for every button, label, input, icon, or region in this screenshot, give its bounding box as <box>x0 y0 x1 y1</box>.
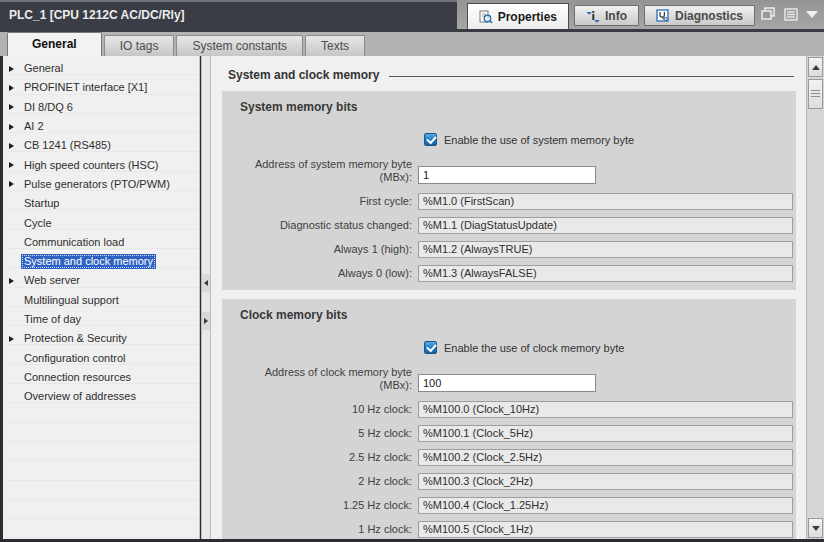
expand-arrow-icon[interactable] <box>9 181 21 187</box>
arrow-down-icon <box>812 526 820 531</box>
float-windows-icon[interactable] <box>761 7 776 21</box>
system-memory-bits-panel: System memory bits Enable the use of sys… <box>222 91 796 290</box>
sidebar-item-label: AI 2 <box>21 119 47 134</box>
tab-general[interactable]: General <box>7 32 102 56</box>
system-memory-address-row: Address of system memory byte (MBx): <box>222 158 796 184</box>
field-row: 2.5 Hz clock: %M100.2 (Clock_2.5Hz) <box>222 445 796 469</box>
sidebar-item-cb1241[interactable]: CB 1241 (RS485) <box>3 136 199 155</box>
section-heading: Clock memory bits <box>222 299 796 322</box>
expand-arrow-icon[interactable] <box>9 85 21 91</box>
tab-diagnostics[interactable]: Diagnostics <box>644 5 755 26</box>
sidebar-item-multilingual-support[interactable]: Multilingual support <box>3 291 199 310</box>
tab-properties[interactable]: Properties <box>467 3 569 29</box>
clock-memory-address-input[interactable] <box>418 374 596 392</box>
tab-io-tags[interactable]: IO tags <box>104 35 175 56</box>
info-icon <box>586 9 600 23</box>
sidebar-item-overview-of-addresses[interactable]: Overview of addresses <box>3 387 199 406</box>
sidebar-item-web-server[interactable]: Web server <box>3 271 199 290</box>
readonly-field: %M100.3 (Clock_2Hz) <box>418 473 793 490</box>
field-label: Always 0 (low): <box>222 267 418 279</box>
field-label: 2.5 Hz clock: <box>222 451 418 463</box>
field-row: Always 0 (low): %M1.3 (AlwaysFALSE) <box>222 261 796 285</box>
sidebar-item-label: DI 8/DQ 6 <box>21 100 76 115</box>
tab-diagnostics-label: Diagnostics <box>675 9 743 23</box>
sidebar-item-protection-security[interactable]: Protection & Security <box>3 329 199 348</box>
collapse-right-icon[interactable] <box>202 312 210 330</box>
sidebar-item-general[interactable]: General <box>3 59 199 78</box>
chevron-down-icon[interactable] <box>806 11 818 18</box>
enable-clock-memory-checkbox[interactable] <box>424 341 437 354</box>
collapse-left-icon[interactable] <box>202 274 210 292</box>
clock-memory-bits-panel: Clock memory bits Enable the use of cloc… <box>222 299 796 539</box>
expand-arrow-icon[interactable] <box>9 278 21 284</box>
sidebar-item-label: General <box>21 61 66 76</box>
scroll-up-button[interactable] <box>808 57 823 77</box>
readonly-field: %M100.5 (Clock_1Hz) <box>418 521 793 538</box>
sidebar-item-time-of-day[interactable]: Time of day <box>3 310 199 329</box>
field-label: 5 Hz clock: <box>222 427 418 439</box>
sidebar-item-label-selected: System and clock memory <box>21 254 156 269</box>
sidebar-item-configuration-control[interactable]: Configuration control <box>3 348 199 367</box>
scroll-down-button[interactable] <box>808 518 823 538</box>
tab-texts[interactable]: Texts <box>305 35 365 56</box>
readonly-field: %M1.0 (FirstScan) <box>418 193 793 210</box>
clock-memory-address-row: Address of clock memory byte (MBx): <box>222 366 796 392</box>
tab-properties-label: Properties <box>498 10 557 24</box>
properties-icon <box>479 10 493 24</box>
sidebar-item-label: Overview of addresses <box>21 389 139 404</box>
sidebar-item-label: Configuration control <box>21 351 129 366</box>
titlebar-window-controls <box>761 7 818 21</box>
field-row: 10 Hz clock: %M100.0 (Clock_10Hz) <box>222 397 796 421</box>
field-row: 2 Hz clock: %M100.3 (Clock_2Hz) <box>222 469 796 493</box>
field-row: 5 Hz clock: %M100.1 (Clock_5Hz) <box>222 421 796 445</box>
expand-arrow-icon[interactable] <box>9 162 21 168</box>
diagnostics-icon <box>656 9 670 23</box>
expand-arrow-icon[interactable] <box>9 124 21 130</box>
inspector-titlebar: PLC_1 [CPU 1212C AC/DC/Rly] Properties I… <box>0 0 824 29</box>
tab-info[interactable]: Info <box>574 5 639 26</box>
sidebar-item-di8-dq6[interactable]: DI 8/DQ 6 <box>3 98 199 117</box>
tab-system-constants[interactable]: System constants <box>176 35 303 56</box>
readonly-field: %M1.2 (AlwaysTRUE) <box>418 241 793 258</box>
expand-arrow-icon[interactable] <box>9 143 21 149</box>
sidebar-item-cycle[interactable]: Cycle <box>3 213 199 232</box>
field-label: Address of system memory byte (MBx): <box>222 158 418 184</box>
readonly-field: %M100.1 (Clock_5Hz) <box>418 425 793 442</box>
sidebar-item-pulse-generators[interactable]: Pulse generators (PTO/PWM) <box>3 175 199 194</box>
sidebar-item-label: Connection resources <box>21 370 134 385</box>
expand-arrow-icon[interactable] <box>9 336 21 342</box>
task-list-icon[interactable] <box>784 8 798 21</box>
expand-arrow-icon[interactable] <box>9 104 21 110</box>
checkbox-label: Enable the use of clock memory byte <box>444 342 624 354</box>
sidebar-item-communication-load[interactable]: Communication load <box>3 233 199 252</box>
field-label: First cycle: <box>222 195 418 207</box>
sidebar-item-profinet-interface[interactable]: PROFINET interface [X1] <box>3 78 199 97</box>
readonly-field: %M1.3 (AlwaysFALSE) <box>418 265 793 282</box>
readonly-field: %M100.0 (Clock_10Hz) <box>418 401 793 418</box>
enable-system-memory-checkbox[interactable] <box>424 133 437 146</box>
field-row: 1.25 Hz clock: %M100.4 (Clock_1.25Hz) <box>222 493 796 517</box>
content-header: System and clock memory <box>228 68 794 82</box>
scrollbar-thumb[interactable] <box>808 79 823 109</box>
sidebar-item-label: High speed counters (HSC) <box>21 158 162 173</box>
sidebar-item-label: Pulse generators (PTO/PWM) <box>21 177 173 192</box>
window-title: PLC_1 [CPU 1212C AC/DC/Rly] <box>0 0 457 29</box>
expand-arrow-icon[interactable] <box>9 66 21 72</box>
sidebar-item-startup[interactable]: Startup <box>3 194 199 213</box>
sidebar-item-system-and-clock-memory[interactable]: System and clock memory <box>3 252 199 271</box>
nav-content-splitter[interactable] <box>201 56 211 539</box>
field-label: Diagnostic status changed: <box>222 219 418 231</box>
tab-info-label: Info <box>605 9 627 23</box>
field-row: First cycle: %M1.0 (FirstScan) <box>222 189 796 213</box>
field-label: 10 Hz clock: <box>222 403 418 415</box>
sidebar-item-high-speed-counters[interactable]: High speed counters (HSC) <box>3 155 199 174</box>
sidebar-item-connection-resources[interactable]: Connection resources <box>3 368 199 387</box>
field-row: Always 1 (high): %M1.2 (AlwaysTRUE) <box>222 237 796 261</box>
system-memory-address-input[interactable] <box>418 166 596 184</box>
field-label: Always 1 (high): <box>222 243 418 255</box>
sidebar-item-ai2[interactable]: AI 2 <box>3 117 199 136</box>
sidebar-item-label: Communication load <box>21 235 127 250</box>
content-scrollbar[interactable] <box>806 56 824 539</box>
header-rule <box>389 76 794 77</box>
inspector-view-tabs: Properties Info Diagnostics <box>467 0 755 29</box>
